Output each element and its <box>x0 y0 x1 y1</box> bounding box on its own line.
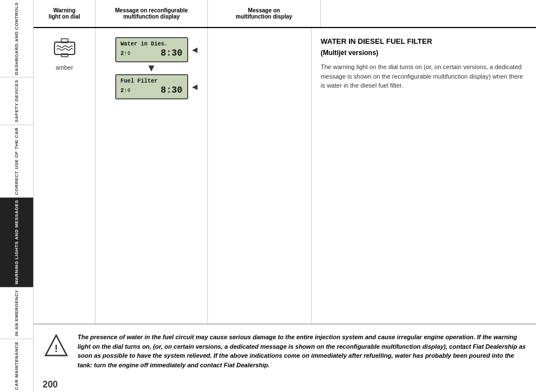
header-message-label: Message on multifunction display <box>236 7 293 20</box>
warning-note: ! The presence of water in the fuel circ… <box>34 324 536 377</box>
warning-light-column: amber <box>34 28 96 323</box>
warning-note-text: The presence of water in the fuel circui… <box>78 332 527 370</box>
sidebar-item-emergency[interactable]: IN AN EMERGENCY <box>0 288 33 339</box>
sidebar-item-warning-lights[interactable]: WARNING LIGHTS AND MESSAGES <box>0 198 33 288</box>
sidebar-item-label: SAFETY DEVICES <box>14 80 20 122</box>
right-arrow-2-icon: ◄ <box>190 82 199 92</box>
sidebar-item-label: DASHBOARD AND CONTROLS <box>14 2 20 75</box>
header-warning-col: Warning light on dial <box>34 0 96 27</box>
lcd1-icon: 2↑◊ <box>121 51 131 57</box>
header-multifunction-col: Message on reconfigurable multifunction … <box>96 0 208 27</box>
display-sequence: Water in Dies. 2↑◊ 8:30 ◄ ▼ Fuel Filter <box>115 37 188 99</box>
sidebar-item-label: CAR MAINTENANCE <box>14 341 20 390</box>
description-column: WATER IN DIESEL FUEL FILTER (Multijet ve… <box>312 28 536 323</box>
desc-subtitle: (Multijet versions) <box>321 49 527 57</box>
lcd2-icon: 2↑◊ <box>121 88 131 94</box>
page-number: 200 <box>34 377 536 392</box>
svg-text:!: ! <box>54 343 58 354</box>
sidebar-item-label: WARNING LIGHTS AND MESSAGES <box>14 200 20 285</box>
sidebar-item-correct-use[interactable]: CORRECT USE OF THE CAR <box>0 125 33 198</box>
water-filter-icon <box>51 37 78 58</box>
message-column <box>208 28 312 323</box>
header-warning-line1: Warning <box>48 7 80 13</box>
lcd2-time: 8:30 <box>161 85 182 95</box>
amber-label: amber <box>56 64 73 71</box>
sidebar-item-safety[interactable]: SAFETY DEVICES <box>0 78 33 125</box>
sidebar: DASHBOARD AND CONTROLS SAFETY DEVICES CO… <box>0 0 34 392</box>
lcd-display-2: Fuel Filter 2↑◊ 8:30 ◄ <box>115 74 188 99</box>
desc-text: The warning light on the dial turns on (… <box>321 62 527 90</box>
warning-triangle-icon: ! <box>43 332 70 359</box>
lcd1-title: Water in Dies. <box>121 41 183 47</box>
sidebar-item-dashboard[interactable]: DASHBOARD AND CONTROLS <box>0 0 33 78</box>
down-arrow-icon: ▼ <box>146 62 157 74</box>
lcd2-title: Fuel Filter <box>121 78 183 84</box>
svg-rect-2 <box>61 54 68 57</box>
header-multifunction-label: Message on reconfigurable multifunction … <box>115 7 188 20</box>
lcd-display-1: Water in Dies. 2↑◊ 8:30 ◄ <box>115 37 188 62</box>
header-warning-line2: light on dial <box>48 13 80 20</box>
sidebar-item-label: CORRECT USE OF THE CAR <box>14 127 20 195</box>
lcd1-time: 8:30 <box>161 48 182 58</box>
content-row: amber Water in Dies. 2↑◊ 8:30 ◄ <box>34 28 536 324</box>
multifunction-display-column: Water in Dies. 2↑◊ 8:30 ◄ ▼ Fuel Filter <box>96 28 208 323</box>
main-content: Warning light on dial Message on reconfi… <box>34 0 536 392</box>
header-message-col: Message on multifunction display <box>208 0 321 27</box>
desc-title: WATER IN DIESEL FUEL FILTER <box>321 37 527 45</box>
sidebar-item-maintenance[interactable]: CAR MAINTENANCE <box>0 339 33 392</box>
right-arrow-icon: ◄ <box>190 45 199 55</box>
header-row: Warning light on dial Message on reconfi… <box>34 0 536 28</box>
sidebar-item-label: IN AN EMERGENCY <box>14 290 20 336</box>
header-description-col <box>321 0 536 27</box>
